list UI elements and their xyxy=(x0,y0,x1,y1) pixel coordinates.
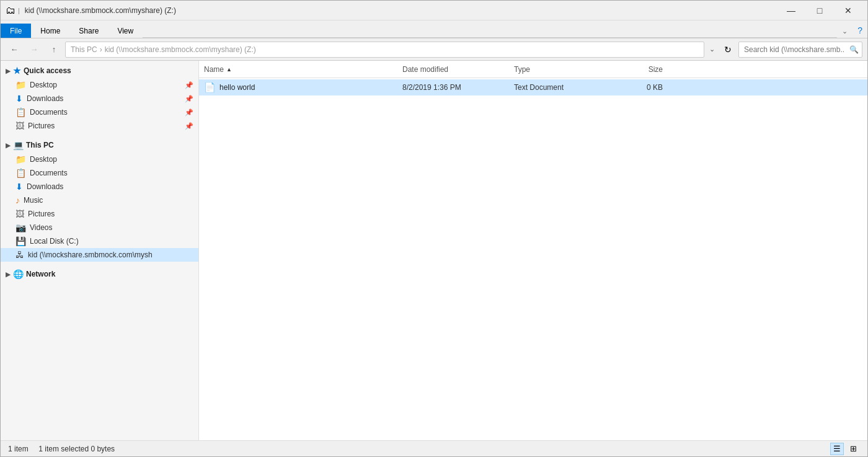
downloads-pc-label: Downloads xyxy=(27,182,63,191)
sidebar-section-quick-access[interactable]: ▶ ★ Quick access xyxy=(1,63,198,78)
sidebar-item-downloads-pc[interactable]: ⬇ Downloads xyxy=(1,180,198,193)
selected-info: 1 item selected 0 bytes xyxy=(38,445,115,453)
maximize-button[interactable]: □ xyxy=(805,1,834,20)
file-size-cell: 0 KB xyxy=(613,83,663,92)
title-bar-divider: | xyxy=(18,7,20,14)
ribbon-chevron[interactable]: ⌄ xyxy=(837,25,852,38)
sidebar: ▶ ★ Quick access 📁 Desktop 📌 ⬇ Downloads… xyxy=(1,61,199,440)
ribbon-tabs: File Home Share View ⌄ ? xyxy=(1,20,867,38)
sidebar-section-this-pc[interactable]: ▶ 💻 This PC xyxy=(1,138,198,153)
local-disk-label: Local Disk (C:) xyxy=(30,237,79,246)
sidebar-item-documents-pc[interactable]: 📋 Documents xyxy=(1,166,198,180)
file-date-value: 8/2/2019 1:36 PM xyxy=(402,83,461,92)
title-bar-controls: — □ ✕ xyxy=(777,1,862,20)
sidebar-section-network[interactable]: ▶ 🌐 Network xyxy=(1,267,198,282)
sidebar-spacer2 xyxy=(1,262,198,267)
col-size-label: Size xyxy=(649,65,663,74)
desktop-folder-icon: 📁 xyxy=(16,80,26,90)
documents-qa-label: Documents xyxy=(30,108,68,117)
file-type-value: Text Document xyxy=(514,83,564,92)
network-icon: 🌐 xyxy=(13,269,24,279)
music-label: Music xyxy=(24,196,43,205)
this-pc-icon: 💻 xyxy=(13,140,24,150)
forward-button[interactable]: → xyxy=(25,41,43,58)
sidebar-item-desktop-qa[interactable]: 📁 Desktop 📌 xyxy=(1,78,198,92)
sidebar-item-desktop-pc[interactable]: 📁 Desktop xyxy=(1,153,198,166)
title-bar-icon: 🗂 | xyxy=(6,5,20,16)
pictures-pc-label: Pictures xyxy=(28,210,55,218)
kid-share-label: kid (\\mockshare.smbmock.com\mysh xyxy=(28,251,153,259)
address-field[interactable]: This PC › kid (\\mockshare.smbmock.com\m… xyxy=(65,42,704,58)
documents-doc-icon: 📋 xyxy=(16,107,26,117)
file-list: 📄 hello world 8/2/2019 1:36 PM Text Docu… xyxy=(199,78,867,440)
documents-pin-icon: 📌 xyxy=(185,109,193,117)
tab-view[interactable]: View xyxy=(108,24,143,38)
breadcrumb-share: kid (\\mockshare.smbmock.com\myshare) (Z… xyxy=(105,45,256,54)
title-bar-text: kid (\\mockshare.smbmock.com\myshare) (Z… xyxy=(25,6,777,15)
table-row[interactable]: 📄 hello world 8/2/2019 1:36 PM Text Docu… xyxy=(199,79,867,95)
downloads-qa-label: Downloads xyxy=(27,94,63,103)
this-pc-chevron: ▶ xyxy=(6,142,11,149)
network-label: Network xyxy=(26,270,55,278)
ribbon: File Home Share View ⌄ ? xyxy=(1,20,867,38)
documents-pc-icon: 📋 xyxy=(16,168,26,178)
sidebar-item-downloads-qa[interactable]: ⬇ Downloads 📌 xyxy=(1,92,198,105)
up-button[interactable]: ↑ xyxy=(45,41,63,58)
file-type-cell: Text Document xyxy=(514,83,613,92)
col-size-header: Size xyxy=(613,65,663,74)
this-pc-label: This PC xyxy=(26,141,54,149)
large-icons-view-button[interactable]: ⊞ xyxy=(846,443,860,455)
file-name-label: hello world xyxy=(219,83,255,92)
downloads-down-icon: ⬇ xyxy=(16,94,23,104)
tab-home[interactable]: Home xyxy=(31,24,69,38)
downloads-pin-icon: 📌 xyxy=(185,95,193,103)
videos-label: Videos xyxy=(30,223,52,232)
sidebar-item-documents-qa[interactable]: 📋 Documents 📌 xyxy=(1,105,198,119)
sidebar-item-kid-share[interactable]: 🖧 kid (\\mockshare.smbmock.com\mysh xyxy=(1,248,198,262)
col-type-label: Type xyxy=(514,65,530,74)
app-icon: 🗂 xyxy=(6,5,16,16)
downloads-pc-icon: ⬇ xyxy=(16,182,23,192)
documents-pc-label: Documents xyxy=(30,169,68,177)
disk-icon: 💾 xyxy=(16,236,26,246)
desktop-pc-label: Desktop xyxy=(30,155,57,164)
sidebar-item-music-pc[interactable]: ♪ Music xyxy=(1,193,198,207)
col-date-header: Date modified xyxy=(402,65,514,74)
title-bar: 🗂 | kid (\\mockshare.smbmock.com\myshare… xyxy=(1,1,867,20)
desktop-pin-icon: 📌 xyxy=(185,81,193,89)
status-right: ☰ ⊞ xyxy=(830,443,860,455)
refresh-button[interactable]: ↻ xyxy=(720,42,736,58)
sort-arrow-icon: ▲ xyxy=(226,66,232,73)
tab-file[interactable]: File xyxy=(1,24,31,38)
kid-share-icon: 🖧 xyxy=(16,250,24,260)
sidebar-item-videos-pc[interactable]: 📷 Videos xyxy=(1,221,198,234)
videos-icon: 📷 xyxy=(16,223,26,233)
search-input[interactable] xyxy=(738,42,862,58)
sidebar-item-pictures-qa[interactable]: 🖼 Pictures 📌 xyxy=(1,119,198,133)
sidebar-item-local-disk[interactable]: 💾 Local Disk (C:) xyxy=(1,234,198,248)
main-layout: ▶ ★ Quick access 📁 Desktop 📌 ⬇ Downloads… xyxy=(1,61,867,440)
breadcrumb: This PC › kid (\\mockshare.smbmock.com\m… xyxy=(71,45,256,54)
search-wrapper: 🔍 xyxy=(738,42,862,58)
back-button[interactable]: ← xyxy=(6,41,23,58)
col-name-label: Name xyxy=(204,65,224,74)
close-button[interactable]: ✕ xyxy=(834,1,862,20)
col-date-label: Date modified xyxy=(402,65,448,74)
sidebar-spacer1 xyxy=(1,133,198,138)
help-icon[interactable]: ? xyxy=(852,23,867,38)
status-info: 1 item 1 item selected 0 bytes xyxy=(8,445,115,453)
file-size-value: 0 KB xyxy=(647,83,663,92)
file-date-cell: 8/2/2019 1:36 PM xyxy=(402,83,514,92)
content-area: Name ▲ Date modified Type Size 📄 hello w… xyxy=(199,61,867,440)
details-view-button[interactable]: ☰ xyxy=(830,443,844,455)
music-icon: ♪ xyxy=(16,195,20,205)
pictures-pin-icon: 📌 xyxy=(185,122,193,130)
sidebar-item-pictures-pc[interactable]: 🖼 Pictures xyxy=(1,207,198,221)
minimize-button[interactable]: — xyxy=(777,1,805,20)
pictures-pc-icon: 🖼 xyxy=(16,209,24,219)
address-chevron-icon[interactable]: ⌄ xyxy=(707,44,717,55)
col-name-header[interactable]: Name ▲ xyxy=(204,65,402,74)
network-chevron: ▶ xyxy=(6,271,11,278)
file-name-cell: 📄 hello world xyxy=(204,82,402,93)
tab-share[interactable]: Share xyxy=(69,24,108,38)
